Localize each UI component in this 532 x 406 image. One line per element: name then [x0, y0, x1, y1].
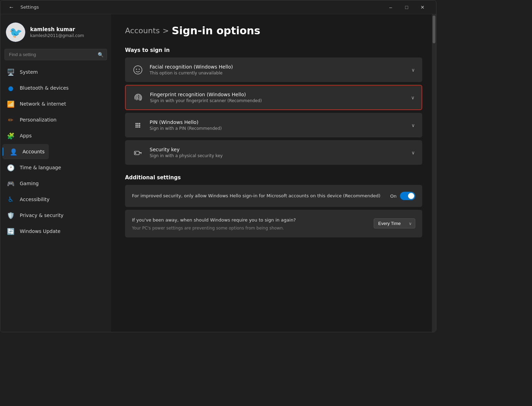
security-key-title: Security key — [150, 147, 405, 152]
sidebar-item-wrapper-network: 📶 Network & internet — [2, 96, 109, 111]
option-card-fingerprint[interactable]: Fingerprint recognition (Windows Hello) … — [125, 85, 422, 110]
title-bar: ← Settings – □ ✕ — [0, 0, 436, 14]
svg-point-13 — [139, 126, 140, 128]
scrollbar-thumb[interactable] — [433, 16, 435, 43]
sidebar-item-network[interactable]: 📶 Network & internet — [2, 96, 70, 111]
sidebar-item-wrapper-bluetooth: ● Bluetooth & devices — [2, 80, 109, 96]
sign-in-again-row: If you've been away, when should Windows… — [132, 217, 415, 231]
sign-in-again-text: If you've been away, when should Windows… — [132, 217, 296, 224]
option-card-security-key[interactable]: Security key Sign in with a physical sec… — [125, 140, 422, 165]
sidebar-label-apps: Apps — [20, 133, 32, 138]
search-box: 🔍 — [5, 49, 107, 60]
avatar: 🐦 — [6, 22, 25, 42]
pin-text: PIN (Windows Hello) Sign in with a PIN (… — [150, 119, 405, 131]
time-icon: 🕐 — [7, 163, 15, 172]
sidebar-item-apps[interactable]: 🧩 Apps — [2, 128, 36, 143]
sidebar-item-personalization[interactable]: ✏️ Personalization — [2, 112, 61, 127]
svg-point-8 — [135, 125, 137, 126]
toggle-label: On — [390, 193, 397, 199]
facial-icon — [132, 64, 143, 75]
svg-point-5 — [135, 123, 137, 124]
svg-point-10 — [139, 125, 140, 126]
svg-point-7 — [139, 123, 140, 124]
scrollbar-track[interactable] — [432, 14, 436, 332]
svg-point-12 — [137, 126, 139, 128]
security-key-chevron: ∨ — [411, 150, 415, 155]
sidebar-item-wrapper-privacy: 🛡️ Privacy & security — [2, 208, 109, 223]
sidebar-item-wrapper-accessibility: ♿ Accessibility — [2, 192, 109, 207]
minimize-button[interactable]: – — [383, 2, 399, 13]
pin-desc: Sign in with a PIN (Recommended) — [150, 126, 405, 131]
close-button[interactable]: ✕ — [415, 2, 431, 13]
search-input[interactable] — [5, 49, 107, 60]
sidebar-label-update: Windows Update — [20, 228, 61, 234]
sidebar-item-wrapper-gaming: 🎮 Gaming — [2, 176, 109, 191]
pin-icon — [132, 120, 143, 131]
accounts-icon: 👤 — [9, 147, 18, 156]
fingerprint-title: Fingerprint recognition (Windows Hello) — [150, 92, 405, 97]
svg-rect-17 — [141, 153, 141, 154]
sign-in-options: Facial recognition (Windows Hello) This … — [125, 57, 422, 165]
sidebar-item-time[interactable]: 🕐 Time & language — [2, 160, 65, 175]
sidebar-item-gaming[interactable]: 🎮 Gaming — [2, 176, 43, 191]
facial-desc: This option is currently unavailable — [150, 71, 405, 75]
maximize-button[interactable]: □ — [399, 2, 415, 13]
sidebar-item-bluetooth[interactable]: ● Bluetooth & devices — [2, 80, 73, 96]
windows-hello-toggle[interactable] — [400, 192, 415, 200]
sidebar-label-accounts: Accounts — [23, 149, 45, 154]
personalization-icon: ✏️ — [7, 116, 15, 124]
option-card-pin[interactable]: PIN (Windows Hello) Sign in with a PIN (… — [125, 113, 422, 137]
sign-in-dropdown-wrapper: Every Time 1 minute 3 minutes 5 minutes … — [374, 218, 415, 228]
sidebar-item-system[interactable]: 🖥️ System — [2, 64, 42, 80]
breadcrumb: Accounts > Sign-in options — [125, 25, 422, 37]
accessibility-icon: ♿ — [7, 195, 15, 204]
sidebar-item-wrapper-accounts: 👤 Accounts — [2, 144, 109, 159]
sidebar-label-accessibility: Accessibility — [20, 197, 50, 202]
sign-in-dropdown[interactable]: Every Time 1 minute 3 minutes 5 minutes … — [374, 218, 415, 228]
user-info: kamlesh kumar kamlesh2011@gmail.com — [30, 26, 84, 38]
sidebar-item-wrapper-apps: 🧩 Apps — [2, 128, 109, 143]
sidebar-label-network: Network & internet — [20, 101, 66, 107]
fingerprint-chevron: ∨ — [411, 95, 415, 100]
option-card-facial[interactable]: Facial recognition (Windows Hello) This … — [125, 57, 422, 82]
svg-point-11 — [135, 126, 137, 128]
svg-point-2 — [134, 66, 142, 74]
toggle-area: On — [390, 192, 415, 200]
sidebar: 🐦 kamlesh kumar kamlesh2011@gmail.com 🔍 … — [0, 14, 111, 332]
additional-card-sign-in-again: If you've been away, when should Windows… — [125, 210, 422, 237]
title-bar-title: Settings — [20, 4, 39, 10]
additional-card-windows-hello: For improved security, only allow Window… — [125, 185, 422, 207]
fingerprint-text: Fingerprint recognition (Windows Hello) … — [150, 92, 405, 103]
svg-point-4 — [139, 69, 140, 70]
toggle-knob — [408, 193, 414, 199]
user-name: kamlesh kumar — [30, 26, 84, 33]
sidebar-item-update[interactable]: 🔄 Windows Update — [2, 224, 65, 239]
pin-chevron: ∨ — [411, 123, 415, 128]
sidebar-label-time: Time & language — [20, 165, 61, 170]
facial-text: Facial recognition (Windows Hello) This … — [150, 64, 405, 75]
security-key-icon — [132, 147, 143, 158]
breadcrumb-parent[interactable]: Accounts — [125, 26, 160, 35]
windows-hello-text: For improved security, only allow Window… — [132, 192, 383, 199]
svg-point-3 — [136, 69, 137, 70]
apps-icon: 🧩 — [7, 132, 15, 140]
update-icon: 🔄 — [7, 227, 15, 235]
pin-title: PIN (Windows Hello) — [150, 119, 405, 125]
svg-text:🐦: 🐦 — [9, 26, 23, 39]
additional-settings: Additional settings For improved securit… — [125, 174, 422, 237]
sidebar-label-personalization: Personalization — [20, 117, 56, 123]
fingerprint-desc: Sign in with your fingerprint scanner (R… — [150, 98, 405, 103]
back-button[interactable]: ← — [6, 3, 17, 12]
sidebar-item-accounts[interactable]: 👤 Accounts — [2, 144, 49, 159]
ways-to-sign-in-title: Ways to sign in — [125, 47, 422, 53]
active-indicator — [2, 147, 3, 156]
search-icon: 🔍 — [98, 52, 104, 57]
sidebar-label-gaming: Gaming — [20, 181, 39, 186]
fingerprint-icon — [133, 92, 144, 103]
gaming-icon: 🎮 — [7, 179, 15, 188]
sidebar-item-accessibility[interactable]: ♿ Accessibility — [2, 192, 54, 207]
system-icon: 🖥️ — [7, 68, 15, 76]
sidebar-item-privacy[interactable]: 🛡️ Privacy & security — [2, 208, 68, 223]
svg-rect-15 — [135, 152, 136, 154]
window-controls: – □ ✕ — [383, 2, 431, 13]
